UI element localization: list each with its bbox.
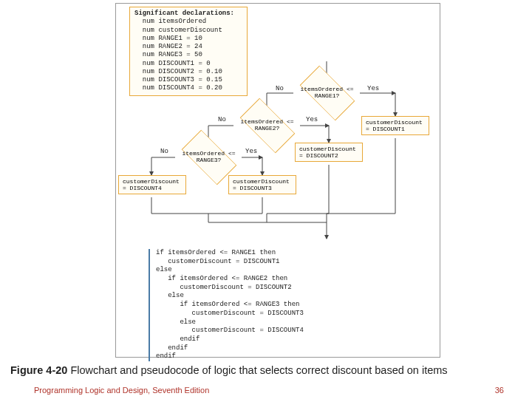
declaration-line: num customerDiscount	[134, 27, 242, 35]
label-yes: Yes	[367, 85, 379, 92]
action-discount3: customerDiscount = DISCOUNT3	[228, 175, 296, 194]
footer-book-title: Programming Logic and Design, Seventh Ed…	[34, 386, 209, 395]
figure-container: Significant declarations: num itemsOrder…	[115, 3, 440, 358]
action-discount2: customerDiscount = DISCOUNT2	[295, 143, 363, 162]
decision-range1: itemsOrdered <= RANGE1?	[292, 78, 362, 109]
label-no: No	[276, 85, 284, 92]
decision-range2: itemsOrdered <= RANGE2?	[232, 110, 302, 141]
declarations-lines: num itemsOrdered num customerDiscount nu…	[134, 18, 242, 92]
label-yes: Yes	[245, 148, 257, 155]
decision-range3: itemsOrdered <= RANGE3?	[174, 142, 244, 173]
declaration-line: num RANGE2 = 24	[134, 43, 242, 51]
footer-page-number: 36	[495, 386, 504, 395]
label-no: No	[218, 116, 226, 123]
label-no: No	[160, 148, 168, 155]
action-discount4: customerDiscount = DISCOUNT4	[118, 175, 186, 194]
declaration-line: num DISCOUNT3 = 0.15	[134, 76, 242, 84]
declarations-title: Significant declarations:	[134, 10, 242, 18]
declaration-line: num DISCOUNT2 = 0.10	[134, 68, 242, 76]
figure-caption: Figure 4-20 Flowchart and pseudocode of …	[10, 364, 522, 376]
figure-caption-text: Flowchart and pseudocode of logic that s…	[67, 364, 447, 376]
declaration-line: num RANGE1 = 10	[134, 35, 242, 43]
pseudocode-block: if itemsOrdered <= RANGE1 then customerD…	[149, 249, 415, 361]
declaration-line: num RANGE3 = 50	[134, 51, 242, 59]
declaration-line: num DISCOUNT1 = 0	[134, 60, 242, 68]
declarations-box: Significant declarations: num itemsOrder…	[129, 7, 248, 96]
declaration-line: num itemsOrdered	[134, 18, 242, 26]
declaration-line: num DISCOUNT4 = 0.20	[134, 84, 242, 92]
figure-label: Figure 4-20	[10, 364, 67, 376]
action-discount1: customerDiscount = DISCOUNT1	[361, 116, 429, 135]
label-yes: Yes	[306, 116, 318, 123]
